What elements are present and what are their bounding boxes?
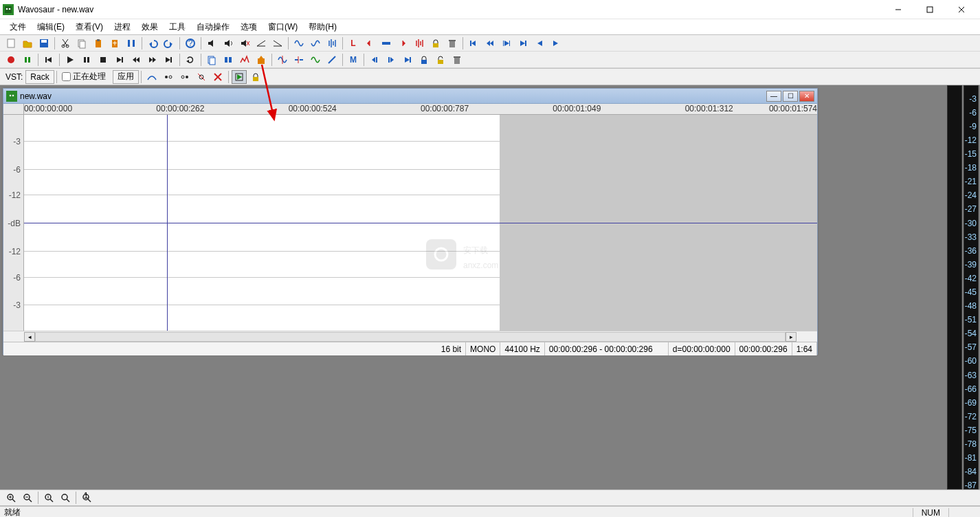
zoom-in-h-button[interactable] xyxy=(3,491,19,505)
apply-button[interactable]: 应用 xyxy=(113,70,139,84)
fade-out-button[interactable] xyxy=(270,36,285,50)
m-right-button[interactable] xyxy=(400,53,415,67)
menu-auto[interactable]: 自动操作 xyxy=(191,20,235,34)
rack-button[interactable]: Rack xyxy=(25,70,54,84)
next-button[interactable] xyxy=(145,53,160,67)
play-button[interactable] xyxy=(63,53,78,67)
new-button[interactable] xyxy=(3,36,19,50)
horizontal-scrollbar[interactable]: ◂ ▸ xyxy=(3,331,817,342)
volume-button[interactable] xyxy=(204,36,219,50)
zoom-v-in-button[interactable] xyxy=(41,491,56,505)
pause-button[interactable] xyxy=(79,53,94,67)
cut-button[interactable] xyxy=(58,36,73,50)
doc-minimize-button[interactable]: — xyxy=(766,91,781,102)
rewind-button[interactable] xyxy=(482,36,498,50)
menu-view[interactable]: 查看(V) xyxy=(70,20,109,34)
stop-button[interactable] xyxy=(96,53,111,67)
document-title-bar[interactable]: new.wav — ☐ ✕ xyxy=(3,89,817,104)
doc-maximize-button[interactable]: ☐ xyxy=(783,91,798,102)
end-button[interactable] xyxy=(162,53,177,67)
undo-button[interactable] xyxy=(145,36,160,50)
mute-button[interactable] xyxy=(237,36,252,50)
meter-label: -81 xyxy=(965,453,977,463)
zoom-reset-button[interactable]: 1 xyxy=(79,491,94,505)
prev-button[interactable] xyxy=(129,53,144,67)
zoom-v-out-button[interactable] xyxy=(58,491,73,505)
scroll-left-button[interactable]: ◂ xyxy=(24,332,35,342)
crop-button[interactable] xyxy=(124,36,139,50)
close-button[interactable] xyxy=(946,1,977,19)
wave-reverse-button[interactable] xyxy=(308,36,323,50)
wave-invert-button[interactable] xyxy=(291,36,307,50)
help-button[interactable]: ? xyxy=(183,36,198,50)
maximize-button[interactable] xyxy=(914,1,946,19)
paste-button[interactable] xyxy=(91,36,106,50)
menu-tools[interactable]: 工具 xyxy=(164,20,191,34)
waveform-canvas[interactable] xyxy=(24,115,817,331)
loop-L-button[interactable]: L xyxy=(346,36,361,50)
menu-window[interactable]: 窗口(W) xyxy=(263,20,303,34)
unlock-button[interactable] xyxy=(433,53,448,67)
path-del-button[interactable] xyxy=(194,70,209,84)
playback-cursor[interactable] xyxy=(167,115,168,331)
m-prev-button[interactable] xyxy=(367,53,382,67)
lock-button[interactable] xyxy=(248,70,263,84)
play-sel-button[interactable] xyxy=(499,36,514,50)
processing-checkbox-input[interactable] xyxy=(62,72,71,81)
zoom-out-h-button[interactable] xyxy=(20,491,35,505)
marker-del-button[interactable] xyxy=(362,36,377,50)
export-button[interactable] xyxy=(254,53,269,67)
marker-button[interactable]: M xyxy=(346,53,361,67)
process-button[interactable] xyxy=(412,36,427,50)
volume-shape-button[interactable] xyxy=(221,36,236,50)
fade-in-button[interactable] xyxy=(254,36,269,50)
timeline-ruler[interactable]: 00:00:00:00000:00:00:26200:00:00:52400:0… xyxy=(3,104,817,115)
copy-chan-button[interactable] xyxy=(204,53,219,67)
redo-button[interactable] xyxy=(162,36,177,50)
m-next-button[interactable] xyxy=(383,53,399,67)
wave-split-button[interactable] xyxy=(291,53,307,67)
scroll-right-button[interactable]: ▸ xyxy=(786,332,797,342)
mix-button[interactable] xyxy=(221,53,236,67)
minimize-button[interactable] xyxy=(882,1,914,19)
scroll-track[interactable] xyxy=(35,332,786,342)
to-start-button[interactable] xyxy=(41,53,56,67)
lock-button[interactable] xyxy=(428,36,443,50)
rec-pause-button[interactable] xyxy=(20,53,35,67)
copy-button[interactable] xyxy=(74,36,89,50)
wave-env-button[interactable] xyxy=(308,53,323,67)
pitch-button[interactable] xyxy=(324,53,339,67)
play-right-button[interactable] xyxy=(548,36,564,50)
path-next-button[interactable] xyxy=(177,70,192,84)
play-left-button[interactable] xyxy=(532,36,547,50)
loop-button[interactable] xyxy=(183,53,198,67)
skip-start-button[interactable] xyxy=(466,36,481,50)
open-button[interactable] xyxy=(20,36,35,50)
menu-options[interactable]: 选项 xyxy=(235,20,263,34)
menu-effects[interactable]: 效果 xyxy=(136,20,164,34)
eval-button[interactable] xyxy=(232,70,247,84)
m-lock-button[interactable] xyxy=(416,53,432,67)
marker-add-button[interactable] xyxy=(395,36,410,50)
to-marker-button[interactable] xyxy=(515,36,531,50)
m-trash-button[interactable] xyxy=(449,53,465,67)
menu-file[interactable]: 文件 xyxy=(4,20,32,34)
record-button[interactable] xyxy=(3,53,19,67)
save-button[interactable] xyxy=(36,36,52,50)
curve-button[interactable] xyxy=(144,70,159,84)
wave-tune-button[interactable] xyxy=(275,53,290,67)
trash-button[interactable] xyxy=(445,36,460,50)
menu-process[interactable]: 进程 xyxy=(109,20,136,34)
normalize-button[interactable] xyxy=(324,36,339,50)
menu-help[interactable]: 帮助(H) xyxy=(303,20,342,34)
path-prev-button[interactable] xyxy=(161,70,176,84)
level-button[interactable] xyxy=(379,36,394,50)
doc-close-button[interactable]: ✕ xyxy=(799,91,814,102)
paste-special-button[interactable]: + xyxy=(107,36,122,50)
menu-edit[interactable]: 编辑(E) xyxy=(32,20,70,34)
to-end-button[interactable] xyxy=(112,53,127,67)
wave-graph-button[interactable] xyxy=(237,53,252,67)
waveform-area[interactable]: -3-6-12-dB-12-6-3 xyxy=(3,115,817,331)
processing-checkbox[interactable]: 正在处理 xyxy=(59,71,109,82)
path-clear-button[interactable] xyxy=(210,70,225,84)
